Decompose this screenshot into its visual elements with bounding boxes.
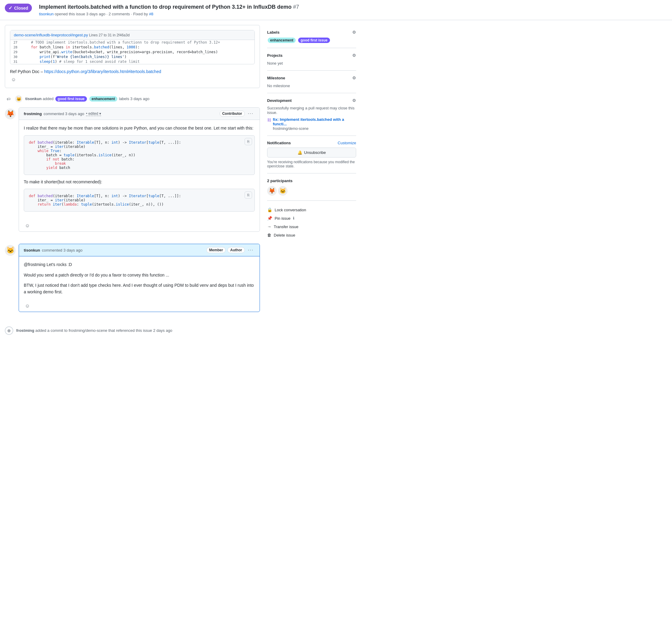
- copy-btn-1[interactable]: ⎘: [244, 138, 252, 145]
- labels-section: Labels ⚙ enhancement good first issue: [267, 25, 356, 48]
- ref-text: Ref Python Doc – https://docs.python.org…: [10, 69, 255, 74]
- emoji-reaction-btn[interactable]: ☺: [10, 76, 17, 83]
- code-line: 31 sleep(1) # sleep for 1 second avoid r…: [10, 59, 255, 64]
- participants-list: 🦊 🐱: [267, 186, 356, 196]
- lock-conversation-action[interactable]: 🔒 Lock conversation: [267, 206, 356, 214]
- pr-title-link[interactable]: fix: Implement itertools.batched with a …: [273, 117, 356, 126]
- emoji-reaction-btn-2[interactable]: ☺: [24, 222, 31, 229]
- milestone-value: No milestone: [267, 83, 290, 88]
- issue-meta: tisonkun opened this issue 3 days ago · …: [39, 12, 299, 16]
- info-icon: ℹ: [293, 216, 294, 220]
- participants-title: 2 participants: [267, 179, 293, 183]
- notifications-section: Notifications Customize 🔔 Unsubscribe Yo…: [267, 136, 356, 173]
- edited-label[interactable]: • edited ▾: [86, 111, 101, 116]
- check-icon: ✓: [8, 5, 12, 11]
- bell-icon: 🔔: [297, 150, 302, 155]
- tisonkun-comment-body: @frostming Let's rocks :D Would you send…: [19, 256, 260, 300]
- frostming-comment-card: frostming commented 3 days ago • edited …: [19, 107, 260, 232]
- good-first-chip: good first issue: [298, 37, 330, 43]
- labels-title: Labels: [267, 30, 280, 34]
- code-reference-card: demo-scene/influxdb-lineprotocol/ingest.…: [5, 25, 260, 88]
- code-line: 28 for batch_lines in itertools.batched(…: [10, 45, 255, 50]
- sidebar: Labels ⚙ enhancement good first issue Pr…: [267, 25, 356, 337]
- tisonkun-comment-footer: ☺: [19, 300, 260, 312]
- development-description: Successfully merging a pull request may …: [267, 106, 356, 115]
- frostming-comment-footer: ☺: [19, 220, 260, 231]
- commit-icon: ⊕: [5, 326, 13, 335]
- milestone-title: Milestone: [267, 76, 285, 80]
- member-badge: Member: [206, 247, 225, 253]
- pr-link: ⛓ fix: Implement itertools.batched with …: [267, 117, 356, 131]
- projects-gear-btn[interactable]: ⚙: [352, 53, 356, 58]
- code-line: 29 write_api.write(bucket=bucket, write_…: [10, 50, 255, 54]
- pr-repo: frostming/demo-scene: [273, 127, 309, 131]
- development-section: Development ⚙ Successfully merging a pul…: [267, 93, 356, 136]
- transfer-icon: →: [267, 224, 271, 229]
- development-title: Development: [267, 98, 292, 103]
- enhancement-chip: enhancement: [268, 37, 296, 43]
- content-area: demo-scene/influxdb-lineprotocol/ingest.…: [5, 25, 260, 337]
- code-block: 27 # TODO implement itertools.batched wi…: [10, 40, 255, 64]
- status-badge: ✓ Closed: [5, 4, 32, 12]
- projects-section: Projects ⚙ None yet: [267, 48, 356, 71]
- frostming-avatar: 🦊: [5, 108, 16, 119]
- ref-link[interactable]: https://docs.python.org/3/library/iterto…: [44, 69, 161, 74]
- notifications-title: Notifications: [267, 141, 291, 145]
- lock-icon: 🔒: [267, 207, 272, 212]
- label-icon: 🏷: [5, 95, 12, 102]
- copy-btn-2[interactable]: ⎘: [244, 192, 252, 199]
- issue-author-link[interactable]: tisonkun: [39, 12, 53, 16]
- milestone-section: Milestone ⚙ No milestone: [267, 71, 356, 93]
- code-line: 30 print(f'Wrote {len(batch_lines)} line…: [10, 54, 255, 59]
- unsubscribe-btn[interactable]: 🔔 Unsubscribe: [267, 148, 356, 157]
- more-options-btn-2[interactable]: ···: [247, 247, 255, 253]
- customize-link[interactable]: Customize: [338, 141, 356, 145]
- contributor-badge: Contributor: [220, 110, 245, 117]
- trash-icon: 🗑: [267, 233, 271, 237]
- code-snippet-1: ⎘ def batched(iterable: Iterable[T], n: …: [24, 135, 255, 175]
- tisonkun-comment-header: tisonkun commented 3 days ago Member Aut…: [19, 244, 260, 256]
- transfer-issue-action[interactable]: → Transfer issue: [267, 222, 356, 231]
- projects-title: Projects: [267, 53, 283, 58]
- code-ref-header: demo-scene/influxdb-lineprotocol/ingest.…: [10, 30, 255, 40]
- tisonkun-comment-card: tisonkun commented 3 days ago Member Aut…: [19, 244, 260, 312]
- pr-link-icon: ⛓: [267, 118, 271, 122]
- participants-section: 2 participants 🦊 🐱: [267, 173, 356, 201]
- tisonkun-avatar-2: 🐱: [5, 245, 16, 256]
- code-snippet-2: ⎘ def batched(iterable: Iterable[T], n: …: [24, 189, 255, 211]
- good-first-issue-label: good first issue: [55, 96, 87, 102]
- participant-frostming[interactable]: 🦊: [267, 186, 277, 196]
- enhancement-label: enhancement: [89, 96, 117, 102]
- delete-issue-action[interactable]: 🗑 Delete issue: [267, 231, 356, 239]
- notif-description: You're receiving notifications because y…: [267, 160, 356, 168]
- fixed-pr-link[interactable]: #8: [149, 12, 153, 16]
- frostming-comment-header: frostming commented 3 days ago • edited …: [19, 108, 260, 120]
- projects-value: None yet: [267, 61, 283, 66]
- development-gear-btn[interactable]: ⚙: [352, 98, 356, 103]
- code-reference-body: demo-scene/influxdb-lineprotocol/ingest.…: [5, 25, 260, 88]
- main-layout: demo-scene/influxdb-lineprotocol/ingest.…: [0, 20, 361, 342]
- label-added-event: 🏷 🐱 tisonkun added good first issue enha…: [5, 93, 260, 105]
- author-badge: Author: [227, 247, 244, 253]
- more-options-btn[interactable]: ···: [247, 111, 255, 116]
- labels-chips: enhancement good first issue: [267, 37, 356, 43]
- labels-gear-btn[interactable]: ⚙: [352, 30, 356, 34]
- emoji-reaction-btn-3[interactable]: ☺: [24, 303, 31, 309]
- tisonkun-avatar: 🐱: [15, 95, 22, 102]
- pin-issue-action[interactable]: 📌 Pin issue ℹ: [267, 214, 356, 222]
- file-path-link[interactable]: demo-scene/influxdb-lineprotocol/ingest.…: [14, 33, 88, 37]
- code-line: 27 # TODO implement itertools.batched wi…: [10, 40, 255, 45]
- issue-header: ✓ Closed Implement itertools.batched wit…: [0, 0, 672, 20]
- frostming-comment-body: I realize that there may be more than on…: [19, 120, 260, 220]
- pin-icon: 📌: [267, 216, 272, 221]
- actions-section: 🔒 Lock conversation 📌 Pin issue ℹ → Tran…: [267, 201, 356, 244]
- code-reference-block: demo-scene/influxdb-lineprotocol/ingest.…: [10, 30, 255, 64]
- issue-title: Implement itertools.batched with a funct…: [39, 4, 299, 10]
- commit-event: ⊕ frostming added a commit to frostming/…: [5, 324, 260, 337]
- milestone-gear-btn[interactable]: ⚙: [352, 75, 356, 80]
- participant-tisonkun[interactable]: 🐱: [278, 186, 288, 196]
